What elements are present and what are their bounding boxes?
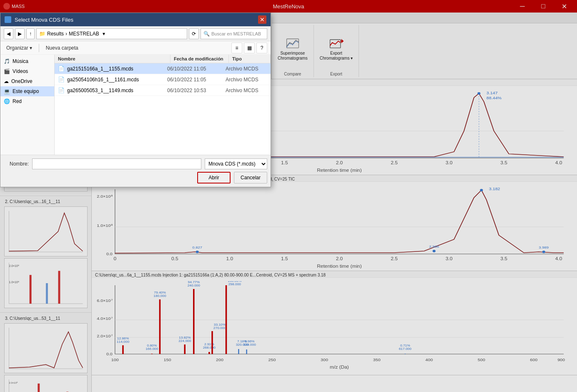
musica-label: Música (13, 58, 28, 64)
onedrive-label: OneDrive (11, 78, 33, 84)
este-equipo-icon: 💻 (4, 88, 10, 94)
file-date-0: 06/10/2022 11:05 (167, 66, 226, 72)
file-date-1: 06/10/2022 11:05 (167, 77, 226, 83)
dialog-title: Select Mnova CDS Files (15, 17, 73, 23)
help-button[interactable]: ? (256, 43, 267, 53)
new-folder-label: Nueva carpeta (46, 45, 78, 51)
cancel-button[interactable]: Cancelar (234, 172, 267, 183)
file-row-1[interactable]: 📄 ga25054106h16_1__1161.mcds 06/10/2022 … (55, 74, 271, 85)
breadcrumb-results: Results (47, 31, 64, 37)
filetype-select[interactable]: Mnova CDS (*.mcds) (205, 158, 267, 169)
search-icon: 🔍 (203, 31, 210, 37)
folder-icon-results: 📁 (39, 31, 45, 37)
organize-button[interactable]: Organizar ▾ (4, 44, 35, 52)
filename-input[interactable] (32, 158, 201, 169)
footer-name-row: Nombre: Mnova CDS (*.mcds) (4, 158, 267, 169)
open-button[interactable]: Abrir (197, 172, 231, 183)
col-nombre[interactable]: Nombre (55, 55, 171, 63)
file-type-1: Archivo MCDS (226, 77, 267, 83)
search-placeholder: Buscar en MESTRELAB (211, 31, 261, 36)
file-row-0[interactable]: 📄 ga21515166a_1__1155.mcds 06/10/2022 11… (55, 63, 271, 74)
file-name-2: 📄 ga265005053_1__1149.mcds (58, 87, 167, 93)
search-bar[interactable]: 🔍 Buscar en MESTRELAB (201, 28, 267, 39)
red-label: Red (13, 98, 22, 104)
new-folder-button[interactable]: Nueva carpeta (43, 44, 81, 52)
file-name-0: 📄 ga21515166a_1__1155.mcds (58, 65, 167, 72)
view-list-button[interactable]: ≡ (231, 43, 242, 53)
file-name-1: 📄 ga25054106h16_1__1161.mcds (58, 76, 167, 83)
onedrive-icon: ☁ (4, 78, 9, 84)
sidebar-videos[interactable]: 🎬 Vídeos (0, 66, 54, 76)
dialog-close-button[interactable]: ✕ (258, 15, 266, 24)
toolbar2-sep1 (39, 44, 39, 52)
file-type-0: Archivo MCDS (226, 66, 267, 72)
sidebar-red[interactable]: 🌐 Red (0, 96, 54, 106)
organize-arrow: ▾ (30, 45, 32, 51)
file-icon-0: 📄 (58, 65, 65, 72)
dialog-file-area: Nombre Fecha de modificación Tipo 📄 ga21… (55, 55, 271, 155)
breadcrumb-mestrelab: MESTRELAB (69, 31, 99, 37)
videos-icon: 🎬 (4, 68, 10, 74)
dialog-toolbar2: Organizar ▾ Nueva carpeta ≡ ▦ ? (0, 41, 271, 55)
col-fecha[interactable]: Fecha de modificación (171, 55, 229, 63)
dialog-titlebar: Select Mnova CDS Files ✕ (0, 13, 271, 26)
este-equipo-label: Este equipo (13, 88, 39, 94)
sidebar-onedrive[interactable]: ☁ OneDrive (0, 76, 54, 86)
dialog-footer: Nombre: Mnova CDS (*.mcds) Abrir Cancela… (0, 155, 271, 187)
sidebar-este-equipo[interactable]: 💻 Este equipo (0, 86, 54, 96)
red-icon: 🌐 (4, 98, 10, 104)
refresh-button[interactable]: ⟳ (189, 28, 199, 39)
dialog-toolbar: ◀ ▶ ↑ 📁 Results › MESTRELAB ▾ ⟳ 🔍 Buscar… (0, 26, 271, 41)
dialog-icon (5, 16, 11, 23)
select-files-dialog: Select Mnova CDS Files ✕ ◀ ▶ ↑ 📁 Results… (0, 13, 271, 187)
view-grid-button[interactable]: ▦ (244, 43, 255, 53)
dialog-overlay: Select Mnova CDS Files ✕ ◀ ▶ ↑ 📁 Results… (0, 0, 577, 392)
breadcrumb-sep1: › (65, 31, 67, 37)
footer-name-label: Nombre: (4, 161, 29, 167)
toolbar2-right: ≡ ▦ ? (231, 43, 267, 53)
file-type-2: Archivo MCDS (226, 88, 267, 93)
dialog-content: 🎵 Música 🎬 Vídeos ☁ OneDrive 💻 Este equi… (0, 55, 271, 155)
breadcrumb-bar[interactable]: 📁 Results › MESTRELAB ▾ (36, 28, 187, 39)
sidebar-musica[interactable]: 🎵 Música (0, 56, 54, 66)
file-row-2[interactable]: 📄 ga265005053_1__1149.mcds 06/10/2022 10… (55, 85, 271, 96)
back-button[interactable]: ◀ (4, 28, 13, 39)
videos-label: Vídeos (13, 68, 28, 74)
file-icon-2: 📄 (58, 87, 65, 93)
file-list-header: Nombre Fecha de modificación Tipo (55, 55, 271, 63)
dialog-sidebar: 🎵 Música 🎬 Vídeos ☁ OneDrive 💻 Este equi… (0, 55, 55, 155)
musica-icon: 🎵 (4, 58, 10, 64)
footer-buttons: Abrir Cancelar (4, 172, 267, 183)
organize-label: Organizar (6, 45, 28, 51)
col-tipo[interactable]: Tipo (229, 55, 271, 63)
file-icon-1: 📄 (58, 76, 65, 83)
file-date-2: 06/10/2022 10:53 (167, 88, 226, 93)
forward-button[interactable]: ▶ (15, 28, 25, 39)
up-button[interactable]: ↑ (26, 28, 35, 39)
breadcrumb-arrow: ▾ (103, 31, 105, 37)
